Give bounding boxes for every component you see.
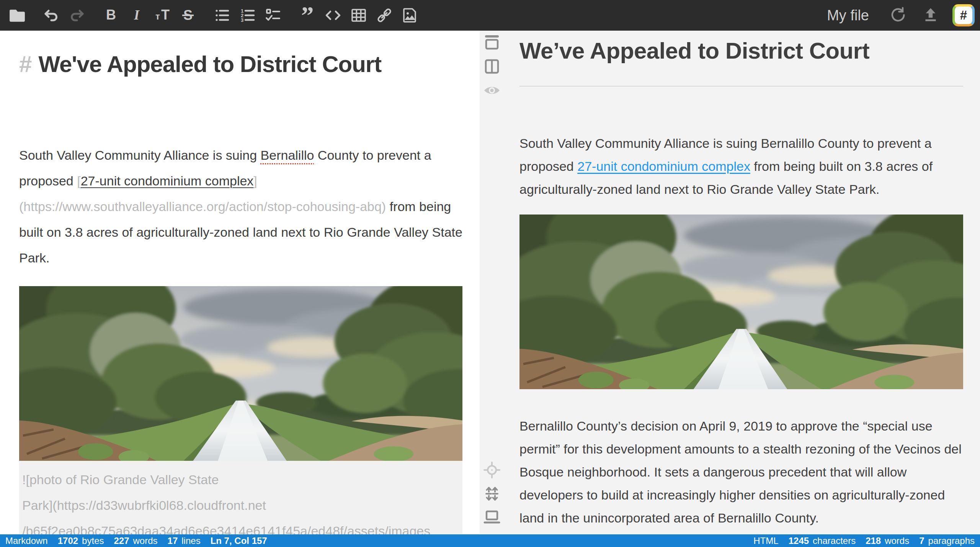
undo-icon <box>43 7 60 24</box>
editor-link-text: 27-unit condominium complex <box>81 174 254 188</box>
side-preview-button[interactable] <box>480 509 503 527</box>
toggle-preview-button[interactable] <box>480 82 503 100</box>
status-cursor-position: Ln 7, Col 157 <box>211 536 267 546</box>
stackedit-logo-button[interactable]: # <box>952 4 975 26</box>
status-words-label: words <box>133 536 158 546</box>
svg-text:B: B <box>106 7 116 23</box>
heading-marker: # <box>19 51 31 77</box>
html-preview: We’ve Appealed to District Court South V… <box>519 31 963 534</box>
strikethrough-button[interactable]: S <box>176 3 200 27</box>
sync-button[interactable] <box>887 4 909 26</box>
code-icon <box>325 7 341 24</box>
status-words-label: words <box>885 536 909 546</box>
undo-button[interactable] <box>39 3 63 27</box>
check-list-icon <box>265 7 282 24</box>
svg-text:т: т <box>155 11 160 21</box>
bold-button[interactable]: B <box>99 3 123 27</box>
redo-button[interactable] <box>65 3 89 27</box>
status-lines-label: lines <box>181 536 200 546</box>
table-icon <box>350 7 367 24</box>
image-icon <box>402 7 418 24</box>
italic-icon: I <box>128 7 145 24</box>
misspelled-word: Bernalillo <box>261 148 314 162</box>
ordered-list-icon: 123 <box>239 7 256 24</box>
status-format: Markdown <box>5 536 48 546</box>
blockquote-button[interactable]: ” <box>296 3 319 27</box>
status-lines-value: 17 <box>168 536 178 546</box>
folder-icon <box>8 7 26 24</box>
source-line: Park](https://d33wubrfki0l68.cloudfront.… <box>22 493 459 518</box>
link-icon <box>376 7 393 24</box>
svg-text:I: I <box>134 7 140 23</box>
markdown-editor[interactable]: #We've Appealed to District Court South … <box>0 31 480 534</box>
publish-button[interactable] <box>920 4 942 26</box>
image-markdown-source[interactable]: ![photo of Rio Grande Valley State Park]… <box>19 461 462 534</box>
bullet-list-icon <box>214 7 230 24</box>
scroll-sync-icon <box>483 485 500 504</box>
link-button[interactable] <box>372 3 396 27</box>
table-button[interactable] <box>347 3 371 27</box>
side-by-side-icon <box>483 59 500 76</box>
scroll-sync-button[interactable] <box>480 485 503 504</box>
status-characters-value: 1245 <box>789 536 809 546</box>
editor-paragraph: South Valley Community Alliance is suing… <box>19 142 462 271</box>
markdown-bracket: [ <box>77 174 80 188</box>
gutter-bottom-buttons <box>480 462 503 527</box>
status-bar: Markdown 1702 bytes 227 words 17 lines L… <box>0 534 980 547</box>
strikethrough-icon: S <box>180 7 196 24</box>
insert-image-button[interactable] <box>398 3 422 27</box>
side-by-side-button[interactable] <box>480 58 503 77</box>
font-size-icon: тT <box>154 7 171 24</box>
toggle-navbar-icon <box>483 35 500 52</box>
top-toolbar: B I тT S 123 <box>0 0 980 31</box>
preview-heading: We’ve Appealed to District Court <box>519 37 963 87</box>
font-size-button[interactable]: тT <box>150 3 174 27</box>
focus-mode-button[interactable] <box>480 462 503 480</box>
preview-paragraph-1: South Valley Community Alliance is suing… <box>519 132 963 201</box>
editor-heading-text: We've Appealed to District Court <box>38 51 381 77</box>
italic-button[interactable]: I <box>125 3 149 27</box>
editor-inline-photo <box>19 286 462 461</box>
file-title[interactable]: My file <box>827 7 869 24</box>
source-line: ![photo of Rio Grande Valley State <box>22 467 459 493</box>
status-html-stats: HTML 1245 characters 218 words 7 paragra… <box>753 536 975 546</box>
bold-icon: B <box>103 7 119 24</box>
status-words-value: 218 <box>866 536 881 546</box>
code-button[interactable] <box>321 3 345 27</box>
preview-eye-icon <box>483 83 501 100</box>
preview-paragraph-2: Bernalillo County’s decision on April 9,… <box>519 414 963 529</box>
toggle-navbar-button[interactable] <box>480 34 503 53</box>
markdown-link-url: (https://www.southvalleyalliance.org/act… <box>19 194 386 219</box>
status-characters-label: characters <box>813 536 856 546</box>
markdown-bracket: ] <box>253 174 257 188</box>
stackedit-logo: # <box>955 7 972 24</box>
preview-photo <box>519 215 963 389</box>
status-words-value: 227 <box>114 536 129 546</box>
svg-text:3: 3 <box>241 17 243 23</box>
redo-icon <box>69 7 85 24</box>
status-paragraphs-label: paragraphs <box>928 536 975 546</box>
gutter-top-buttons <box>480 34 503 100</box>
preview-pane: We’ve Appealed to District Court South V… <box>480 31 980 534</box>
source-line: /b65f2ea0b8c75a63daa34ad6e6e3414e6141f45… <box>22 518 459 534</box>
status-bytes-label: bytes <box>82 536 104 546</box>
side-preview-icon <box>483 510 501 527</box>
check-list-button[interactable] <box>261 3 285 27</box>
svg-text:T: T <box>161 7 170 23</box>
preview-link[interactable]: 27-unit condominium complex <box>577 159 750 174</box>
blockquote-icon: ” <box>299 7 316 24</box>
svg-text:”: ” <box>301 7 314 24</box>
ordered-list-button[interactable]: 123 <box>236 3 260 27</box>
editor-heading: #We've Appealed to District Court <box>19 51 462 78</box>
sync-icon <box>889 5 907 25</box>
bullet-list-button[interactable] <box>210 3 234 27</box>
status-bytes-value: 1702 <box>58 536 78 546</box>
publish-icon <box>922 6 939 25</box>
main-split-view: #We've Appealed to District Court South … <box>0 31 980 534</box>
editor-text: South Valley Community Alliance is suing <box>19 148 261 162</box>
focus-crosshair-icon <box>483 462 500 480</box>
status-markdown-stats: Markdown 1702 bytes 227 words 17 lines L… <box>5 536 267 546</box>
status-paragraphs-value: 7 <box>919 536 924 546</box>
file-explorer-button[interactable] <box>5 3 29 27</box>
status-format: HTML <box>753 536 778 546</box>
